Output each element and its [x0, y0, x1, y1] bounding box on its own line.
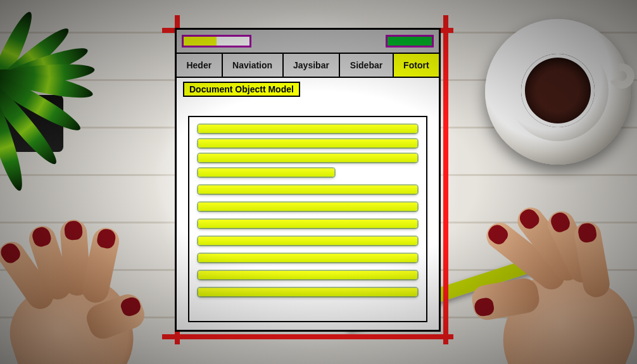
highlighted-text-line	[198, 185, 417, 194]
tab-label: Fotort	[403, 60, 429, 70]
left-hand-decor	[0, 212, 177, 364]
highlighted-text-line	[198, 220, 417, 228]
highlighted-text-line	[198, 168, 334, 177]
tab-label: Jaysibar	[293, 60, 329, 70]
tab-heder[interactable]: Heder	[177, 54, 223, 77]
browser-window: Heder Naviation Jaysibar Sidebar Fotort …	[175, 28, 441, 332]
highlighted-text-line	[198, 154, 417, 162]
page-title: Document Objectt Model	[183, 82, 300, 97]
tab-jaysibar[interactable]: Jaysibar	[284, 54, 341, 77]
highlighted-text-line	[198, 203, 417, 211]
highlighted-text-line	[198, 271, 417, 279]
plant-decor	[0, 0, 108, 184]
highlighted-text-line	[198, 139, 417, 147]
highlighted-text-line	[198, 288, 417, 296]
paragraph-block	[198, 125, 417, 177]
tab-label: Heder	[186, 60, 211, 70]
titlebar	[177, 30, 439, 54]
right-hand-decor	[441, 199, 637, 364]
tab-naviation[interactable]: Naviation	[223, 54, 284, 77]
titlebar-action-button[interactable]	[386, 35, 434, 47]
highlighted-text-line	[198, 254, 417, 262]
tab-label: Sidebar	[350, 60, 382, 70]
tab-fotort[interactable]: Fotort	[394, 54, 439, 77]
highlighted-text-line	[198, 125, 417, 133]
tab-sidebar[interactable]: Sidebar	[340, 54, 393, 77]
tab-label: Naviation	[232, 60, 272, 70]
address-bar-placeholder[interactable]	[182, 35, 251, 47]
section-tabs: Heder Naviation Jaysibar Sidebar Fotort	[177, 54, 439, 78]
highlighted-text-line	[198, 237, 417, 245]
coffee-cup-decor	[485, 19, 631, 165]
content-area	[188, 116, 427, 322]
dom-diagram: Heder Naviation Jaysibar Sidebar Fotort …	[175, 28, 441, 332]
